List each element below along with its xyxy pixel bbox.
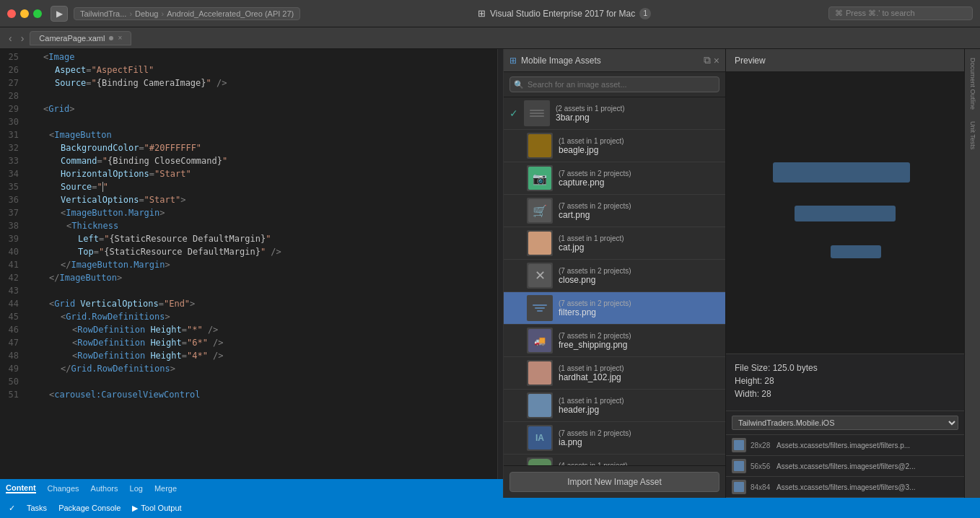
status-tasks[interactable]: Tasks	[27, 504, 47, 512]
file-thumb-84	[732, 480, 746, 494]
asset-files: TailwindTraders.Mobile.iOS 28x28 Assets.…	[726, 411, 964, 498]
panel-close-button[interactable]: ×	[714, 54, 719, 66]
asset-name-close: close.png	[559, 275, 719, 285]
asset-item-icon[interactable]: ⊞ (4 assets in 1 project) icon.png	[504, 455, 725, 465]
tab-close-icon[interactable]: ×	[118, 34, 122, 42]
play-icon: ▶	[132, 504, 138, 513]
preview-image	[766, 119, 924, 307]
tab-forward-button[interactable]: ›	[18, 32, 27, 44]
minimize-window-button[interactable]	[20, 9, 29, 18]
asset-name-hardhat: hardhat_102.jpg	[559, 372, 719, 382]
asset-name-header: header.jpg	[559, 405, 719, 415]
asset-item-filters[interactable]: (7 assets in 2 projects) filters.png	[504, 292, 725, 325]
code-editor[interactable]: <Image Aspect="AspectFill" Source="{Bind…	[26, 49, 497, 479]
import-new-image-asset-button[interactable]: Import New Image Asset	[509, 472, 719, 492]
code-line: </ImageButton.Margin>	[32, 258, 491, 271]
close-window-button[interactable]	[7, 9, 16, 18]
asset-item-close[interactable]: ✕ (7 assets in 2 projects) close.png	[504, 260, 725, 292]
assets-panel-header: ⊞ Mobile Image Assets ⧉ ×	[504, 49, 725, 72]
asset-item-beagle[interactable]: (1 asset in 1 project) beagle.jpg	[504, 130, 725, 162]
asset-info-ia: (7 assets in 2 projects) ia.png	[559, 429, 719, 447]
code-line: <ImageButton.Margin>	[32, 206, 491, 219]
asset-count-filters: (7 assets in 2 projects)	[559, 299, 719, 307]
preview-area	[726, 72, 964, 354]
code-line: Top="{StaticResource DefaultMargin}" />	[32, 245, 491, 258]
file-path-56: Assets.xcassets/filters.imageset/filters…	[776, 462, 958, 470]
play-button[interactable]: ▶	[51, 6, 68, 22]
titlebar: ▶ TailwindTra... › Debug › Android_Accel…	[0, 0, 980, 27]
code-line: HorizontalOptions="Start"	[32, 167, 491, 180]
asset-search-wrap: 🔍	[509, 76, 719, 92]
asset-info-hardhat: (1 asset in 1 project) hardhat_102.jpg	[559, 364, 719, 382]
asset-count-ia: (7 assets in 2 projects)	[559, 429, 719, 437]
svg-rect-2	[831, 245, 881, 258]
tab-camerapage[interactable]: CameraPage.xaml ×	[30, 31, 131, 45]
file-height: Height: 28	[735, 376, 955, 386]
tab-log[interactable]: Log	[130, 484, 143, 493]
code-line: </ImageButton>	[32, 271, 491, 284]
breadcrumb-part2: Debug	[135, 9, 158, 18]
code-line: <RowDefinition Height="6*" />	[32, 336, 491, 349]
maximize-window-button[interactable]	[33, 9, 42, 18]
window-title: ⊞ Visual Studio Enterprise 2017 for Mac …	[306, 8, 823, 19]
asset-thumb-icon: ⊞	[527, 457, 553, 465]
global-search[interactable]: ⌘ Press ⌘.' to search	[828, 6, 973, 20]
code-line: <Grid.RowDefinitions>	[32, 310, 491, 323]
asset-item-cat[interactable]: (1 asset in 1 project) cat.jpg	[504, 227, 725, 260]
asset-item-header[interactable]: (1 asset in 1 project) header.jpg	[504, 390, 725, 422]
asset-item-ia[interactable]: IA (7 assets in 2 projects) ia.png	[504, 422, 725, 455]
asset-info-cart: (7 assets in 2 projects) cart.png	[559, 202, 719, 220]
file-path-28: Assets.xcassets/filters.imageset/filters…	[776, 442, 958, 449]
asset-count-cart: (7 assets in 2 projects)	[559, 202, 719, 210]
asset-thumb-header	[527, 392, 553, 418]
code-line: Aspect="AspectFill"	[32, 63, 491, 76]
assets-title-label: Mobile Image Assets	[521, 56, 601, 66]
tab-changes[interactable]: Changes	[48, 484, 79, 493]
svg-rect-0	[773, 162, 910, 183]
asset-item-hardhat[interactable]: (1 asset in 1 project) hardhat_102.jpg	[504, 357, 725, 390]
asset-info-cat: (1 asset in 1 project) cat.jpg	[559, 234, 719, 253]
asset-item-free-shipping[interactable]: 🚚 (7 assets in 2 projects) free_shipping…	[504, 325, 725, 357]
breadcrumb-part3: Android_Accelerated_Oreo (API 27)	[167, 9, 294, 18]
code-line	[32, 284, 491, 297]
asset-name-cart: cart.png	[559, 210, 719, 220]
project-select-dropdown[interactable]: TailwindTraders.Mobile.iOS	[732, 416, 958, 430]
tasks-label: Tasks	[27, 504, 47, 512]
code-line: </Grid.RowDefinitions>	[32, 362, 491, 375]
tab-content[interactable]: Content	[6, 483, 36, 493]
asset-thumb-free-shipping: 🚚	[527, 328, 553, 354]
check-icon-3bar: ✓	[509, 107, 518, 119]
status-package-console[interactable]: Package Console	[58, 504, 121, 512]
asset-item-capture[interactable]: 📷 (7 assets in 2 projects) capture.png	[504, 162, 725, 195]
sidebar-icon-document-outline[interactable]: Document Outline	[968, 55, 978, 113]
asset-item-cart[interactable]: 🛒 (7 assets in 2 projects) cart.png	[504, 195, 725, 227]
code-line: <Thickness	[32, 219, 491, 232]
status-tool-output[interactable]: ▶ Tool Output	[132, 504, 181, 513]
sidebar-icon-unit-tests[interactable]: Unit Tests	[968, 118, 978, 152]
code-line: Source="{Binding CameraImage}" />	[32, 76, 491, 89]
asset-name-cat: cat.jpg	[559, 242, 719, 253]
asset-name-filters: filters.png	[559, 307, 719, 317]
asset-count-hardhat: (1 asset in 1 project)	[559, 364, 719, 372]
asset-thumb-ia: IA	[527, 425, 553, 451]
code-line	[32, 375, 491, 388]
panel-controls: ⧉ ×	[704, 54, 719, 66]
tab-merge[interactable]: Merge	[154, 484, 177, 493]
panel-restore-button[interactable]: ⧉	[704, 54, 711, 66]
import-btn-container: Import New Image Asset	[504, 465, 725, 498]
tab-back-button[interactable]: ‹	[6, 32, 15, 44]
code-line: <RowDefinition Height="*" />	[32, 323, 491, 336]
asset-search-input[interactable]	[509, 76, 719, 92]
asset-count-free-shipping: (7 assets in 2 projects)	[559, 332, 719, 340]
asset-name-beagle: beagle.jpg	[559, 145, 719, 155]
asset-item-3bar[interactable]: ✓ (2 assets in 1 project) 3bar.png	[504, 97, 725, 130]
assets-icon: ⊞	[509, 56, 517, 66]
editor-scrollbar[interactable]	[497, 49, 503, 479]
assets-panel-title: ⊞ Mobile Image Assets	[509, 56, 699, 66]
search-icon: ⌘	[835, 9, 843, 18]
file-thumb-56	[732, 459, 746, 473]
code-line	[32, 89, 491, 102]
breadcrumb[interactable]: TailwindTra... › Debug › Android_Acceler…	[74, 7, 300, 20]
editor-content[interactable]: 2526272829 3031323334 3536373839 4041424…	[0, 49, 503, 479]
tab-authors[interactable]: Authors	[91, 484, 118, 493]
